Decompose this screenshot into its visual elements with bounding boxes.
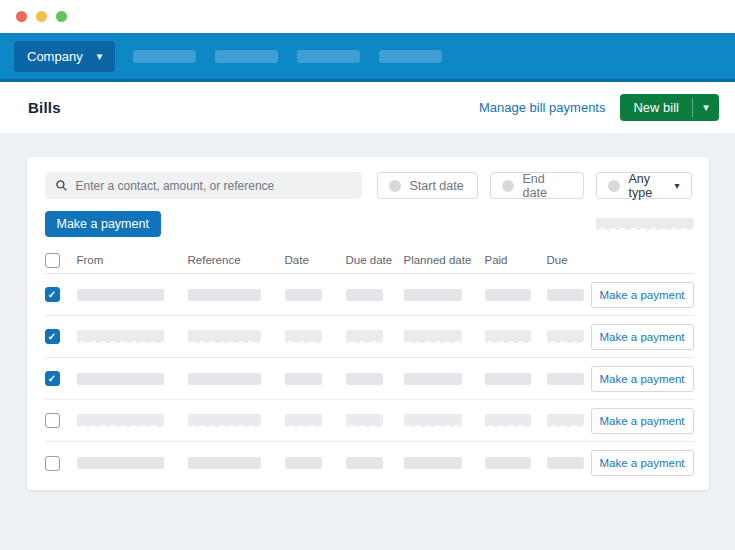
table-row: Make a payment	[45, 358, 694, 400]
row-checkbox[interactable]	[45, 413, 60, 428]
end-date-filter[interactable]: End date	[490, 172, 584, 199]
nav-item-placeholder[interactable]	[215, 50, 278, 63]
row-checkbox[interactable]	[45, 329, 60, 344]
from-placeholder	[77, 373, 164, 385]
date-placeholder	[285, 414, 322, 427]
reference-placeholder	[188, 373, 261, 385]
page-header: Bills Manage bill payments New bill ▾	[0, 82, 735, 133]
company-menu-button[interactable]: Company ▾	[14, 41, 115, 72]
bills-table: From Reference Date Due date Planned dat…	[45, 247, 694, 484]
row-make-payment-button[interactable]: Make a payment	[591, 324, 694, 350]
filter-icon	[608, 180, 620, 192]
column-header-due: Due	[547, 254, 591, 266]
row-checkbox[interactable]	[45, 371, 60, 386]
due-placeholder	[547, 457, 584, 469]
manage-bill-payments-link[interactable]: Manage bill payments	[479, 100, 605, 115]
paid-placeholder	[485, 457, 531, 469]
due-date-placeholder	[346, 414, 383, 427]
due-date-placeholder	[346, 289, 383, 301]
start-date-label: Start date	[410, 179, 464, 193]
paid-placeholder	[485, 373, 531, 385]
start-date-filter[interactable]: Start date	[377, 172, 478, 199]
new-bill-split-button: New bill ▾	[620, 94, 719, 121]
reference-placeholder	[188, 414, 261, 427]
from-placeholder	[77, 289, 164, 301]
row-checkbox[interactable]	[45, 287, 60, 302]
due-date-placeholder	[346, 330, 383, 343]
row-make-payment-button[interactable]: Make a payment	[591, 408, 694, 434]
row-make-payment-button[interactable]: Make a payment	[591, 366, 694, 392]
column-header-planned-date: Planned date	[404, 254, 485, 266]
reference-placeholder	[188, 289, 261, 301]
nav-items	[133, 50, 442, 63]
filter-bar: Start date End date Any type ▾	[45, 172, 694, 199]
search-icon	[55, 179, 68, 192]
column-header-due-date: Due date	[346, 254, 404, 266]
row-checkbox[interactable]	[45, 456, 60, 471]
select-all-checkbox[interactable]	[45, 253, 60, 268]
column-header-reference: Reference	[188, 254, 285, 266]
zoom-window-icon[interactable]	[56, 11, 67, 22]
chevron-down-icon: ▾	[674, 180, 679, 191]
table-row: Make a payment	[45, 274, 694, 316]
row-make-payment-button[interactable]: Make a payment	[591, 450, 694, 476]
due-date-placeholder	[346, 457, 383, 469]
table-header: From Reference Date Due date Planned dat…	[45, 247, 694, 274]
from-placeholder	[77, 330, 164, 343]
reference-placeholder	[188, 330, 261, 343]
search-box	[45, 172, 362, 199]
due-placeholder	[547, 330, 584, 343]
date-placeholder	[285, 289, 322, 301]
table-row: Make a payment	[45, 400, 694, 442]
table-row: Make a payment	[45, 442, 694, 484]
table-toolbar: Make a payment	[45, 211, 694, 237]
planned-date-placeholder	[404, 289, 462, 301]
date-placeholder	[285, 373, 322, 385]
date-placeholder	[285, 330, 322, 343]
planned-date-placeholder	[404, 373, 462, 385]
date-placeholder	[285, 457, 322, 469]
page-content: Start date End date Any type ▾ Make a pa…	[0, 133, 735, 490]
due-placeholder	[547, 414, 584, 427]
paid-placeholder	[485, 414, 531, 427]
nav-item-placeholder[interactable]	[133, 50, 196, 63]
chevron-down-icon: ▾	[703, 101, 709, 114]
calendar-icon	[502, 180, 514, 192]
bills-card: Start date End date Any type ▾ Make a pa…	[27, 157, 709, 490]
due-date-placeholder	[346, 373, 383, 385]
search-input[interactable]	[76, 179, 352, 193]
row-make-payment-button[interactable]: Make a payment	[591, 282, 694, 308]
top-nav: Company ▾	[0, 33, 735, 82]
chevron-down-icon: ▾	[97, 51, 103, 62]
new-bill-dropdown-button[interactable]: ▾	[693, 94, 719, 121]
make-payment-button[interactable]: Make a payment	[45, 211, 161, 237]
reference-placeholder	[188, 457, 261, 469]
calendar-icon	[389, 180, 401, 192]
page-title: Bills	[28, 99, 61, 116]
nav-item-placeholder[interactable]	[379, 50, 442, 63]
planned-date-placeholder	[404, 414, 462, 427]
window-controls	[16, 11, 67, 22]
due-placeholder	[547, 373, 584, 385]
type-filter-value: Any type	[629, 172, 666, 200]
new-bill-button[interactable]: New bill	[620, 94, 692, 121]
column-header-date: Date	[285, 254, 346, 266]
from-placeholder	[77, 414, 164, 427]
table-row: Make a payment	[45, 316, 694, 358]
loading-placeholder	[596, 218, 694, 230]
column-header-from: From	[77, 254, 188, 266]
window-titlebar	[0, 0, 735, 33]
column-header-paid: Paid	[485, 254, 547, 266]
close-window-icon[interactable]	[16, 11, 27, 22]
end-date-label: End date	[523, 172, 572, 200]
from-placeholder	[77, 457, 164, 469]
type-filter-dropdown[interactable]: Any type ▾	[596, 172, 692, 199]
due-placeholder	[547, 289, 584, 301]
paid-placeholder	[485, 289, 531, 301]
table-body: Make a payment Make a payment Make a pay…	[45, 274, 694, 484]
minimize-window-icon[interactable]	[36, 11, 47, 22]
nav-item-placeholder[interactable]	[297, 50, 360, 63]
planned-date-placeholder	[404, 457, 462, 469]
planned-date-placeholder	[404, 330, 462, 343]
company-menu-label: Company	[27, 49, 83, 64]
